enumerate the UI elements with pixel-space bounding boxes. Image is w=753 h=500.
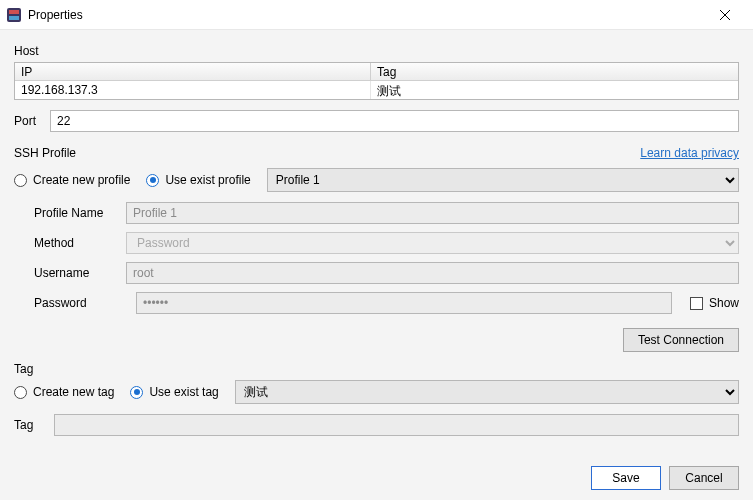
port-input[interactable] <box>50 110 739 132</box>
password-label: Password <box>34 296 126 310</box>
titlebar: Properties <box>0 0 753 30</box>
profile-name-input <box>126 202 739 224</box>
tag-select[interactable]: 测试 <box>235 380 739 404</box>
svg-rect-2 <box>9 16 19 20</box>
ssh-section-label: SSH Profile <box>14 146 76 160</box>
use-profile-label[interactable]: Use exist profile <box>165 173 250 187</box>
show-password-checkbox[interactable] <box>690 297 703 310</box>
table-row[interactable]: 192.168.137.3 测试 <box>15 81 738 99</box>
svg-rect-1 <box>9 10 19 14</box>
use-profile-radio[interactable] <box>146 174 159 187</box>
port-label: Port <box>14 114 42 128</box>
host-ip-header[interactable]: IP <box>15 63 371 81</box>
method-label: Method <box>34 236 126 250</box>
username-label: Username <box>34 266 126 280</box>
cancel-button[interactable]: Cancel <box>669 466 739 490</box>
method-select: Password <box>126 232 739 254</box>
create-profile-radio[interactable] <box>14 174 27 187</box>
password-input <box>136 292 672 314</box>
create-profile-label[interactable]: Create new profile <box>33 173 130 187</box>
host-table: IP Tag 192.168.137.3 测试 <box>14 62 739 100</box>
create-tag-label[interactable]: Create new tag <box>33 385 114 399</box>
window-title: Properties <box>28 8 83 22</box>
host-tag-header[interactable]: Tag <box>371 63 738 81</box>
tag-input <box>54 414 739 436</box>
learn-data-privacy-link[interactable]: Learn data privacy <box>640 146 739 160</box>
save-button[interactable]: Save <box>591 466 661 490</box>
create-tag-radio[interactable] <box>14 386 27 399</box>
username-input <box>126 262 739 284</box>
close-button[interactable] <box>705 0 745 30</box>
close-icon <box>720 10 730 20</box>
host-ip-cell: 192.168.137.3 <box>15 81 371 99</box>
use-tag-label[interactable]: Use exist tag <box>149 385 218 399</box>
profile-name-label: Profile Name <box>34 206 126 220</box>
show-password-label[interactable]: Show <box>709 296 739 310</box>
dialog-footer: Save Cancel <box>591 466 739 490</box>
test-connection-button[interactable]: Test Connection <box>623 328 739 352</box>
use-tag-radio[interactable] <box>130 386 143 399</box>
host-section-label: Host <box>14 44 739 58</box>
profile-select[interactable]: Profile 1 <box>267 168 739 192</box>
tag-section-label: Tag <box>14 362 739 376</box>
app-icon <box>6 7 22 23</box>
tag-field-label: Tag <box>14 418 44 432</box>
host-tag-cell: 测试 <box>371 81 738 99</box>
